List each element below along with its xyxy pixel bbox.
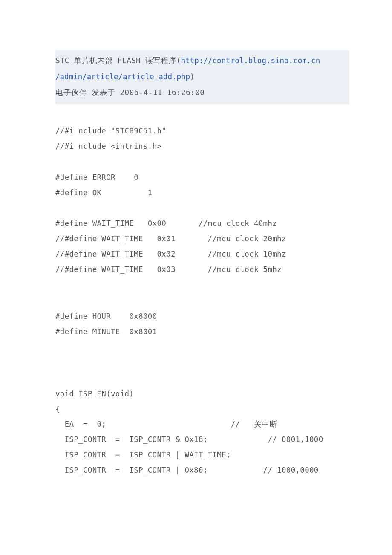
code-line: //#define WAIT_TIME 0x01 //mcu clock 20m… xyxy=(55,231,349,247)
code-line: #define HOUR 0x8000 xyxy=(55,309,349,324)
title-link-2[interactable]: /admin/article/article_add.php xyxy=(55,72,190,81)
title-line-2: /admin/article/article_add.php) xyxy=(55,69,349,85)
code-line: { xyxy=(55,402,349,417)
code-line: //#i nclude <intrins.h> xyxy=(55,139,349,154)
code-block: //#i nclude "STC89C51.h" //#i nclude <in… xyxy=(55,124,349,478)
code-line: ISP_CONTR = ISP_CONTR | WAIT_TIME; xyxy=(55,448,349,463)
code-line: #define OK 1 xyxy=(55,185,349,201)
code-line: #define ERROR 0 xyxy=(55,170,349,185)
code-line: #define MINUTE 0x8001 xyxy=(55,324,349,340)
title-link-1[interactable]: http://control.blog.sina.com.cn xyxy=(181,56,320,65)
code-line: //#i nclude "STC89C51.h" xyxy=(55,124,349,139)
code-line: EA = 0; // 关中断 xyxy=(55,417,349,432)
code-line: //#define WAIT_TIME 0x03 //mcu clock 5mh… xyxy=(55,262,349,278)
title-suffix: ) xyxy=(190,72,195,81)
code-line: void ISP_EN(void) xyxy=(55,387,349,402)
document-page: STC 单片机内部 FLASH 读写程序(http://control.blog… xyxy=(0,0,392,555)
code-line: ISP_CONTR = ISP_CONTR | 0x80; // 1000,00… xyxy=(55,463,349,478)
title-line-1: STC 单片机内部 FLASH 读写程序(http://control.blog… xyxy=(55,53,349,69)
code-line: ISP_CONTR = ISP_CONTR & 0x18; // 0001,10… xyxy=(55,432,349,448)
meta-line: 电子伙伴 发表于 2006-4-11 16:26:00 xyxy=(55,85,349,101)
code-line: //#define WAIT_TIME 0x02 //mcu clock 10m… xyxy=(55,247,349,262)
title-block: STC 单片机内部 FLASH 读写程序(http://control.blog… xyxy=(55,50,349,104)
code-line: #define WAIT_TIME 0x00 //mcu clock 40mhz xyxy=(55,216,349,231)
content-area: STC 单片机内部 FLASH 读写程序(http://control.blog… xyxy=(55,50,349,478)
title-prefix: STC 单片机内部 FLASH 读写程序( xyxy=(55,56,181,65)
